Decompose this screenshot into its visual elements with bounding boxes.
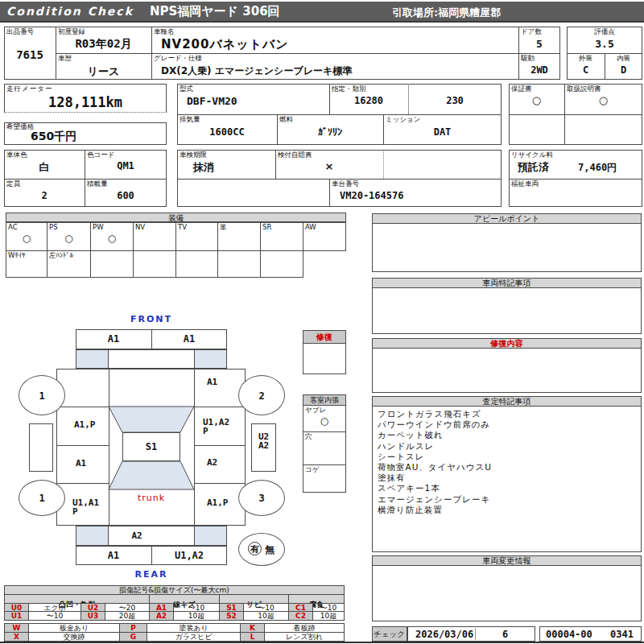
score-label: 評価点 [567, 28, 642, 36]
odometer-label: 走行メーター [6, 85, 52, 93]
asking-price-label: 希望価格 [6, 123, 34, 131]
right-panel-3-code: A2 [207, 458, 217, 467]
recycle-fee: 7,460円 [578, 161, 617, 175]
equipment-label-ac: AC [8, 224, 18, 232]
presence-oval [238, 533, 285, 566]
interior-grade-label: 内装 [605, 55, 642, 63]
lot-number-label: 出品番号 [6, 28, 34, 36]
manual-mark: ○ [564, 94, 642, 106]
first-registration: R03年02月 [56, 37, 151, 52]
odometer-value: 128,111km [4, 94, 167, 110]
legend-code-a2: A2 [149, 611, 174, 621]
chassis-number-label: 車台番号 [332, 180, 359, 188]
lot-number: 7615 [4, 48, 56, 61]
history-label: 車歴 [58, 55, 72, 63]
recycle-fee-label: リサイクル料 [511, 151, 553, 159]
insurance-mark: × [275, 160, 383, 172]
fuel-label: 燃料 [279, 116, 293, 124]
wheel-circle-rear-left: 1 [19, 480, 65, 516]
drive-value: 2WD [518, 64, 560, 76]
left-panel-3-code: A1 [76, 459, 86, 468]
right-panel-2-code: U1,A2 P [203, 418, 229, 436]
equipment-label-nv: NV [135, 224, 145, 232]
cabin-box-title: 客室内張 [303, 394, 346, 406]
class-label: 指定・類別 [332, 85, 366, 93]
load-label: 積載量 [87, 180, 108, 188]
bottom-rule [0, 642, 644, 643]
inspection-label: 車検期限 [180, 151, 207, 159]
left-panel-4-code: U1,A1 P [72, 498, 99, 516]
wheel-circle-rear-right: 3 [238, 480, 285, 516]
front-corner-left [76, 350, 109, 368]
equipment-extra-label-1: Wﾀｲﾔ [8, 252, 25, 260]
legend-code-c2: C2 [288, 611, 313, 621]
front-bumper-right-code: A1 [151, 333, 227, 345]
score-value: 3.5 [567, 38, 642, 50]
legend-code-u3: U3 [80, 611, 105, 621]
doors-label: ドア数 [521, 28, 542, 36]
equipment-mark-ac: ○ [6, 233, 47, 244]
legend-code-u1: U1 [4, 611, 29, 621]
cabin-tear-mark: ○ [303, 415, 346, 427]
color-code: QM1 [85, 160, 167, 171]
legend-val-x: 交換跡 [28, 632, 120, 642]
equipment-extra-6 [217, 250, 261, 278]
equipment-label-leather: 革 [220, 224, 227, 232]
model-code: DBF-VM20 [187, 95, 237, 107]
drive-label: 駆動 [521, 55, 535, 63]
diagram-rear-label: REAR [76, 569, 227, 580]
legend-code-l: L [240, 632, 265, 642]
check-date: 2026/03/06 [415, 629, 473, 640]
auction-venue: NPS福岡ヤード 306回 [150, 4, 280, 19]
capacity-value: 2 [4, 190, 85, 201]
equipment-label-ps: PS [49, 224, 58, 232]
displacement-label: 排気量 [180, 116, 200, 124]
left-tire-box [29, 423, 53, 472]
class-number-2: 230 [408, 95, 502, 106]
exterior-grade: C [567, 64, 605, 76]
legend-val-l: レンズ割れ [264, 632, 345, 642]
wheel-circle-front-left: 1 [19, 375, 65, 415]
wheel-circle-front-right: 2 [238, 375, 285, 415]
equipment-extra-5 [175, 250, 218, 278]
fuel-value: ｶﾞｿﾘﾝ [277, 126, 383, 138]
front-corner-right [194, 350, 226, 368]
check-label: チェック [374, 630, 405, 640]
legend-code-g: G [119, 632, 147, 642]
warranty-label: 保証書 [511, 85, 532, 93]
body-color-label: 車体色 [6, 151, 27, 159]
legend-val-g: ガラスヒビ [147, 632, 241, 642]
equipment-extra-7 [260, 250, 303, 278]
equipment-mark-pw: ○ [90, 233, 134, 244]
doors-value: 5 [518, 38, 560, 50]
grade-label: グレード・仕様 [154, 55, 202, 63]
rear-panel-code: A2 [109, 530, 165, 541]
front-bumper-left-code: A1 [76, 333, 151, 345]
transmission-label: ミッション [386, 116, 421, 124]
condition-check-sheet: Condition Check NPS福岡ヤード 306回 引取場所:福岡県糟屋… [0, 0, 644, 644]
grade-value: DX(2人乗) エマージェンシーブレーキ標準 [161, 64, 352, 78]
appeal-body [372, 223, 642, 272]
legend-code-s2: S2 [219, 611, 244, 621]
check-code-2: 0341 [610, 629, 634, 640]
cabin-hole-label: 穴 [305, 433, 312, 441]
equipment-mark-ps: ○ [47, 233, 91, 244]
warranty-mark: ○ [509, 94, 564, 106]
model-name: NV200バネットバン [161, 37, 289, 52]
legend-val-u1: 〜10 [28, 611, 81, 621]
welfare-label: 福祉車両 [511, 180, 539, 188]
repair-box-title: 修復 [303, 330, 346, 344]
equipment-extra-label-2: 左ﾊﾝﾄﾞﾙ [49, 252, 73, 260]
brand-title: Condition Check [6, 5, 134, 18]
presence-no: 無 [265, 543, 275, 557]
equipment-extra-4 [133, 250, 176, 278]
model-name-label: 車種名 [154, 28, 175, 36]
model-code-label: 型式 [180, 85, 193, 93]
presence-yes-circled: 有 [248, 542, 262, 555]
inspection-value: 抹消 [193, 160, 214, 175]
history-value: リース [56, 64, 151, 79]
equipment-title: 装備 [6, 213, 346, 222]
color-code-label: 色コード [87, 151, 114, 159]
cabin-burn-label: コゲ [305, 466, 319, 474]
exterior-grade-label: 外装 [567, 55, 605, 63]
